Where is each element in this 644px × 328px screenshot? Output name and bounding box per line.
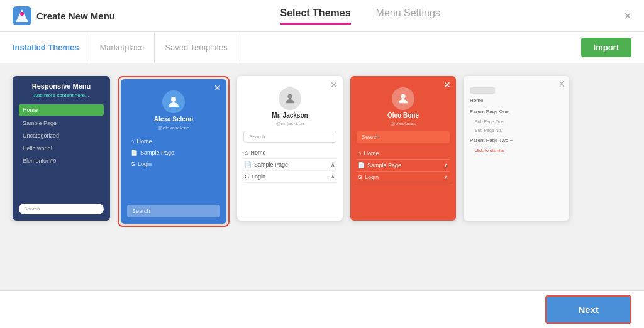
nav-sub-one-5: Sub Page One [470,118,563,125]
themes-grid: Responsive Menu Add more content here...… [0,63,644,290]
login-icon-2: G [131,161,135,167]
sample-icon-4: 📄 [358,162,365,168]
app-title: Create New Menu [36,11,115,21]
close-icon-card-3[interactable]: ✕ [330,80,338,90]
avatar-card-2 [162,90,185,113]
nav-card-2: ⌂ Home 📄 Sample Page G Login [127,136,220,170]
nav-item-parent-one-5: Parent Page One - [470,107,563,116]
menu-item-hello-1: Hello world! [19,143,104,153]
chevron-sample-4: ∧ [444,162,448,168]
search-bar-4: Search [357,131,450,143]
search-bar-1: Search [19,204,104,214]
menu-item-elementor-1: Elementor #9 [19,156,104,166]
home-icon-4: ⌂ [358,150,361,156]
theme-card-alexa-selected-wrapper: ✕ Alexa Seleno @alexaseleno ⌂ Home 📄 Sam… [118,76,230,227]
sample-icon-3: 📄 [245,161,252,168]
user-name-card-3: Mr. Jackson [272,112,308,119]
nav-item-parent-two-5: Parent Page Two + [470,136,563,145]
login-icon-4: G [358,174,362,180]
theme-title-1: Responsive Menu [19,82,104,90]
theme-subtitle-1: Add more content here... [19,92,104,98]
theme-card-responsive-menu[interactable]: Responsive Menu Add more content here...… [13,76,110,221]
subnav-item-saved-templates[interactable]: Saved Templates [155,32,238,63]
logo-area: Create New Menu [13,6,115,25]
footer: Next [0,290,644,328]
user-name-card-2: Alexa Seleno [154,116,193,123]
theme-card-alexa[interactable]: ✕ Alexa Seleno @alexaseleno ⌂ Home 📄 Sam… [121,79,226,224]
header: Create New Menu Select Themes Menu Setti… [0,0,644,32]
import-button[interactable]: Import [581,38,631,57]
close-icon-card-4[interactable]: ✕ [443,80,451,90]
avatar-card-3 [279,87,301,110]
tab-menu-settings[interactable]: Menu Settings [376,8,440,25]
nav-item-home-2: ⌂ Home [127,136,220,147]
svg-point-4 [287,94,292,99]
theme-card-minimal[interactable]: X Home Parent Page One - Sub Page One Su… [464,76,569,221]
svg-point-2 [20,12,24,16]
nav-item-sample-3: 📄 Sample Page ∧ [243,159,336,171]
avatar-card-4 [392,87,414,110]
user-handle-card-4: @oleobnes [391,121,416,126]
nav-item-home-3: ⌂ Home [243,147,336,159]
nav-item-login-2: G Login [127,158,220,170]
subnav-item-installed-themes[interactable]: Installed Themes [13,32,89,63]
close-icon[interactable]: × [624,9,631,23]
next-button[interactable]: Next [545,295,631,324]
tab-select-themes[interactable]: Select Themes [280,8,351,25]
theme-card-mr-jackson[interactable]: ✕ Mr. Jackson @mrjackson Search ⌂ Home 📄… [237,76,343,221]
nav-item-sample-4: 📄 Sample Page ∧ [357,160,450,172]
user-name-card-4: Oleo Bone [387,112,419,119]
subnav-item-marketplace[interactable]: Marketplace [89,32,155,63]
close-icon-card-5[interactable]: X [559,80,564,89]
app-logo-icon [13,6,31,25]
login-icon-3: G [245,173,249,180]
nav-item-home-4: ⌂ Home [357,148,450,160]
search-bar-3: Search [243,131,336,143]
chevron-sample-3: ∧ [331,161,335,168]
chevron-login-3: ∧ [331,173,335,180]
sample-icon-2: 📄 [131,150,138,156]
nav-item-home-5: Home [470,96,563,105]
nav-card-4: ⌂ Home 📄 Sample Page ∧ G Login ∧ [357,148,450,183]
home-icon-3: ⌂ [245,150,248,156]
svg-point-5 [401,94,405,99]
red-link-5: click-to-dismiss [470,147,563,154]
placeholder-bar-5 [470,87,495,94]
user-handle-card-2: @alexaseleno [158,125,190,131]
menu-item-home-1: Home [19,104,104,116]
menu-item-sample-1: Sample Page [19,118,104,128]
close-icon-card-2[interactable]: ✕ [214,83,221,93]
svg-point-3 [171,97,176,102]
nav-item-login-3: G Login ∧ [243,171,336,183]
home-icon-2: ⌂ [131,138,134,145]
menu-item-uncategorized-1: Uncategorized [19,131,104,141]
nav-sub-two-5: Sub Page No. [470,127,563,134]
nav-item-sample-2: 📄 Sample Page [127,147,220,158]
chevron-login-4: ∧ [444,174,448,180]
nav-item-login-4: G Login ∧ [357,172,450,183]
user-handle-card-3: @mrjackson [276,121,304,126]
nav-card-3: ⌂ Home 📄 Sample Page ∧ G Login ∧ [243,147,336,183]
header-tabs: Select Themes Menu Settings [115,8,605,25]
search-bar-2: Search [127,205,220,217]
subnav: Installed Themes Marketplace Saved Templ… [0,32,644,63]
theme-card-oleo-bone[interactable]: ✕ Oleo Bone @oleobnes Search ⌂ Home 📄 Sa… [350,76,456,221]
